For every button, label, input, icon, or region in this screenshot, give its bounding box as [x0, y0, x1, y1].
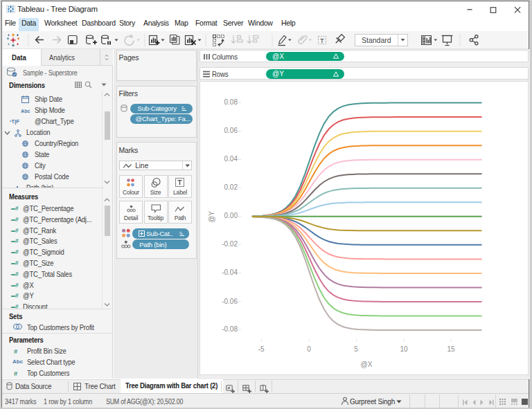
- svg-text:Standard: Standard: [362, 36, 391, 44]
- svg-text:T: T: [320, 37, 324, 44]
